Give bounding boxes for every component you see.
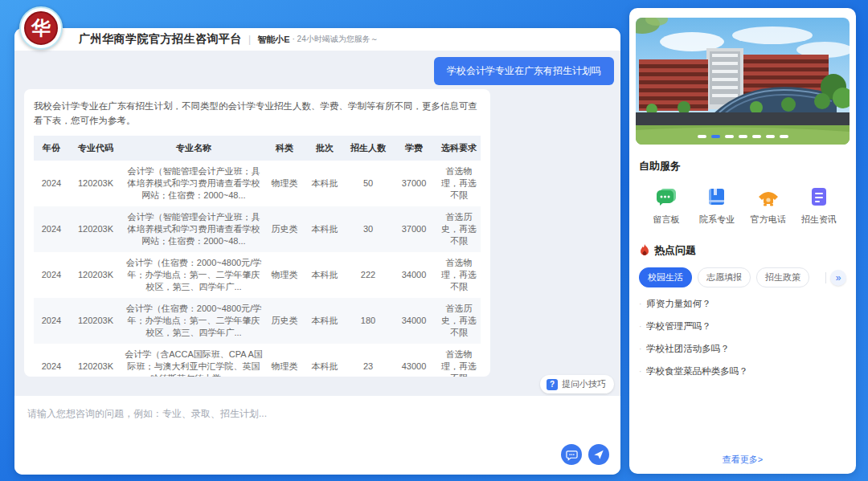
question-list: ·师资力量如何？ ·学校管理严吗？ ·学校社团活动多吗？ ·学校食堂菜品种类多吗… — [639, 298, 846, 377]
table-cell: 43000 — [391, 344, 437, 377]
message-input[interactable] — [14, 396, 620, 444]
table-cell: 首选历史，再选不限 — [437, 298, 481, 344]
carousel-dot[interactable] — [739, 135, 747, 138]
page: { "header": { "title": "广州华商学院官方招生咨询平台",… — [0, 0, 868, 481]
school-logo: 华 — [19, 6, 63, 50]
campus-photo-carousel[interactable] — [636, 18, 850, 145]
results-table-body: 2024120203K会计学（智能管理会计产业班；具体培养模式和学习费用请查看学… — [34, 161, 481, 377]
campus-photo — [636, 18, 850, 145]
service-departments[interactable]: 院系专业 — [694, 185, 739, 226]
col-subject-req: 选科要求 — [437, 136, 481, 161]
col-tuition: 学费 — [391, 136, 437, 161]
header-divider: | — [248, 34, 251, 45]
table-cell: 会计学（智能管理会计产业班；具体培养模式和学习费用请查看学校网站；住宿费：200… — [122, 206, 265, 252]
service-label: 招生资讯 — [801, 214, 837, 226]
tab-application[interactable]: 志愿填报 — [698, 267, 751, 287]
question-text: 学校管理严吗？ — [646, 320, 711, 332]
message-board-icon — [654, 185, 678, 209]
assistant-name: 智能小E — [257, 34, 289, 46]
bullet-icon: · — [639, 300, 641, 308]
view-more-link[interactable]: 查看更多> — [629, 454, 856, 466]
hot-questions-section: 热点问题 校园生活 志愿填报 招生政策 » ·师资力量如何？ ·学校管理严吗？ … — [636, 243, 850, 377]
table-cell: 历史类 — [265, 206, 304, 252]
table-cell: 历史类 — [265, 298, 304, 344]
question-tips-label: 提问小技巧 — [562, 378, 606, 390]
bullet-icon: · — [639, 322, 641, 331]
table-cell: 180 — [346, 298, 391, 344]
carousel-dot[interactable] — [711, 135, 720, 138]
departments-icon — [705, 185, 729, 209]
table-cell: 34000 — [391, 298, 437, 344]
table-row: 2024120203K会计学（住宿费：2000~4800元/学年；办学地点：第一… — [34, 298, 481, 344]
question-item-canteen[interactable]: ·学校食堂菜品种类多吗？ — [639, 365, 846, 377]
table-cell: 本科批 — [304, 161, 346, 206]
tab-campus-life[interactable]: 校园生活 — [639, 267, 692, 287]
carousel-dot[interactable] — [698, 135, 706, 138]
col-subject-type: 科类 — [265, 136, 304, 161]
question-mark-icon: ? — [547, 379, 558, 390]
table-cell: 物理类 — [265, 252, 304, 298]
service-admissions-news[interactable]: 招生资讯 — [796, 185, 841, 226]
hot-questions-title: 热点问题 — [654, 243, 696, 258]
table-cell: 23 — [346, 344, 391, 377]
question-tips-button[interactable]: ? 提问小技巧 — [540, 375, 614, 393]
carousel-dots — [636, 135, 850, 138]
enrollment-plan-table: 年份 专业代码 专业名称 科类 批次 招生人数 学费 选科要求 20241202… — [34, 136, 481, 377]
table-cell: 2024 — [34, 206, 69, 252]
question-item-management[interactable]: ·学校管理严吗？ — [639, 320, 846, 332]
question-item-clubs[interactable]: ·学校社团活动多吗？ — [639, 343, 846, 355]
self-service-title: 自助服务 — [639, 159, 846, 173]
table-cell: 会计学（含ACCA国际班、CPA A国际班；与澳大利亚中汇学院、英国哈德斯菲尔德… — [122, 344, 265, 377]
bullet-icon: · — [639, 344, 641, 353]
table-cell: 120203K — [69, 206, 122, 252]
service-label: 官方电话 — [751, 214, 786, 226]
send-button[interactable] — [588, 444, 609, 465]
table-cell: 会计学（住宿费：2000~4800元/学年；办学地点：第一、二学年肇庆校区，第三… — [122, 298, 265, 344]
tab-admission-policy[interactable]: 招生政策 — [756, 267, 809, 287]
user-question-bubble[interactable]: 学校会计学专业在广东有招生计划吗 — [434, 57, 614, 85]
table-cell: 会计学（住宿费：2000~4800元/学年；办学地点：第一、二学年肇庆校区，第三… — [122, 252, 265, 298]
table-cell: 首选物理，再选不限 — [437, 161, 481, 206]
table-cell: 会计学（智能管理会计产业班；具体培养模式和学习费用请查看学校网站；住宿费：200… — [122, 161, 265, 206]
table-cell: 120203K — [69, 252, 122, 298]
table-row: 2024120203K会计学（住宿费：2000~4800元/学年；办学地点：第一… — [34, 252, 481, 298]
comment-icon — [566, 449, 578, 461]
tabs-more-button[interactable]: » — [830, 270, 846, 286]
table-header-row: 年份 专业代码 专业名称 科类 批次 招生人数 学费 选科要求 — [34, 136, 481, 161]
question-text: 师资力量如何？ — [646, 298, 711, 310]
service-message-board[interactable]: 留言板 — [644, 185, 689, 226]
table-cell: 120203K — [69, 344, 122, 377]
table-row: 2024120203K会计学（智能管理会计产业班；具体培养模式和学习费用请查看学… — [34, 206, 481, 252]
table-cell: 30 — [346, 206, 391, 252]
col-batch: 批次 — [304, 136, 346, 161]
carousel-dot[interactable] — [725, 135, 734, 138]
carousel-dot[interactable] — [780, 135, 788, 138]
question-item-faculty[interactable]: ·师资力量如何？ — [639, 298, 846, 310]
table-cell: 37000 — [391, 206, 437, 252]
service-phone[interactable]: 官方电话 — [746, 185, 791, 226]
chat-history: 学校会计学专业在广东有招生计划吗 我校会计学专业在广东有招生计划，不同类型的会计… — [14, 51, 620, 396]
col-major-code: 专业代码 — [69, 136, 122, 161]
table-cell: 物理类 — [265, 344, 304, 377]
table-cell: 34000 — [391, 252, 437, 298]
table-cell: 2024 — [34, 252, 69, 298]
carousel-dot[interactable] — [752, 135, 761, 138]
quick-phrases-button[interactable] — [561, 444, 582, 465]
hot-question-tabs: 校园生活 志愿填报 招生政策 » — [639, 267, 846, 287]
table-cell: 首选历史，再选不限 — [437, 206, 481, 252]
tabs-divider — [825, 272, 826, 283]
carousel-dot[interactable] — [766, 135, 775, 138]
chat-panel: 广州华商学院官方招生咨询平台 | 智能小E · 24小时竭诚为您服务～ 学校会计… — [14, 28, 620, 475]
sidebar: 自助服务 留言板 院系专业 — [629, 8, 856, 474]
question-text: 学校社团活动多吗？ — [646, 343, 730, 355]
table-cell: 本科批 — [304, 206, 346, 252]
service-label: 院系专业 — [699, 214, 735, 226]
col-major-name: 专业名称 — [122, 136, 265, 161]
message-compose-area — [14, 396, 620, 475]
bullet-icon: · — [639, 367, 641, 376]
phone-icon — [756, 185, 780, 209]
table-cell: 120203K — [69, 161, 122, 206]
col-enrollment: 招生人数 — [346, 136, 391, 161]
school-emblem-icon: 华 — [24, 11, 58, 45]
page-title: 广州华商学院官方招生咨询平台 — [79, 32, 242, 47]
